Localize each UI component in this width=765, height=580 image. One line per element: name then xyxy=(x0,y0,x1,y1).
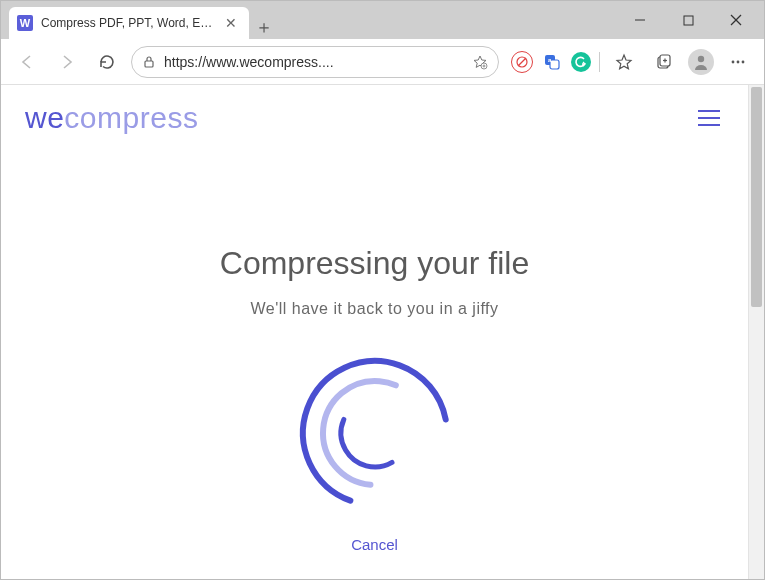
reload-icon xyxy=(98,53,116,71)
extension-1-icon[interactable] xyxy=(511,51,533,73)
url-text: https://www.wecompress.... xyxy=(164,54,464,70)
hamburger-line-icon xyxy=(698,117,720,119)
titlebar: W Compress PDF, PPT, Word, Excel ✕ ＋ xyxy=(1,1,764,39)
globe-slash-icon xyxy=(516,56,528,68)
lock-icon xyxy=(142,55,156,69)
collections-icon xyxy=(655,53,673,71)
loading-spinner-icon xyxy=(290,348,460,518)
svg-point-17 xyxy=(698,55,704,61)
content-wrapper: wecompress Compressing your file We'll h… xyxy=(1,85,764,579)
avatar-icon xyxy=(692,53,710,71)
page-subheading: We'll have it back to you in a jiffy xyxy=(1,300,748,318)
svg-rect-1 xyxy=(684,16,693,25)
reload-button[interactable] xyxy=(91,46,123,78)
star-plus-icon xyxy=(615,53,633,71)
page-heading: Compressing your file xyxy=(1,245,748,282)
svg-point-22 xyxy=(318,377,431,490)
hamburger-menu-button[interactable] xyxy=(694,106,724,130)
logo-we: we xyxy=(25,101,64,134)
more-horizontal-icon xyxy=(729,53,747,71)
arrow-right-icon xyxy=(58,53,76,71)
toolbar-divider xyxy=(599,52,600,72)
tab-title: Compress PDF, PPT, Word, Excel xyxy=(41,16,215,30)
grammarly-icon xyxy=(575,56,587,68)
translator-icon: a xyxy=(543,53,561,71)
arrow-left-icon xyxy=(18,53,36,71)
main-content: Compressing your file We'll have it back… xyxy=(1,145,748,554)
svg-point-19 xyxy=(737,60,740,63)
extension-2-icon[interactable]: a xyxy=(541,51,563,73)
maximize-icon xyxy=(683,15,694,26)
svg-point-21 xyxy=(290,348,460,518)
toolbar-right: a xyxy=(507,46,754,78)
tabs-area: W Compress PDF, PPT, Word, Excel ✕ ＋ xyxy=(1,1,279,39)
browser-toolbar: https://www.wecompress.... a xyxy=(1,39,764,85)
window-controls xyxy=(618,1,764,39)
svg-point-20 xyxy=(742,60,745,63)
browser-tab[interactable]: W Compress PDF, PPT, Word, Excel ✕ xyxy=(9,7,249,39)
hamburger-line-icon xyxy=(698,110,720,112)
tab-close-icon[interactable]: ✕ xyxy=(223,15,239,31)
svg-point-18 xyxy=(732,60,735,63)
back-button[interactable] xyxy=(11,46,43,78)
svg-rect-11 xyxy=(550,60,559,69)
favorites-button[interactable] xyxy=(608,46,640,78)
close-icon xyxy=(730,14,742,26)
forward-button[interactable] xyxy=(51,46,83,78)
maximize-button[interactable] xyxy=(666,5,710,35)
vertical-scrollbar[interactable] xyxy=(748,85,764,579)
browser-window: W Compress PDF, PPT, Word, Excel ✕ ＋ xyxy=(0,0,765,580)
hamburger-line-icon xyxy=(698,124,720,126)
svg-line-9 xyxy=(518,58,526,66)
minimize-icon xyxy=(634,14,646,26)
favorites-star-icon[interactable] xyxy=(472,54,488,70)
cancel-link[interactable]: Cancel xyxy=(351,536,398,553)
profile-avatar[interactable] xyxy=(688,49,714,75)
scrollbar-thumb[interactable] xyxy=(751,87,762,307)
minimize-button[interactable] xyxy=(618,5,662,35)
svg-rect-4 xyxy=(145,61,153,67)
wecompress-logo[interactable]: wecompress xyxy=(25,101,198,135)
svg-point-23 xyxy=(328,387,421,480)
new-tab-button[interactable]: ＋ xyxy=(249,15,279,39)
favicon-icon: W xyxy=(17,15,33,31)
address-bar[interactable]: https://www.wecompress.... xyxy=(131,46,499,78)
spinner-container xyxy=(1,348,748,518)
extension-3-icon[interactable] xyxy=(571,52,591,72)
menu-button[interactable] xyxy=(722,46,754,78)
page-content: wecompress Compressing your file We'll h… xyxy=(1,85,748,579)
page-header: wecompress xyxy=(1,85,748,145)
close-window-button[interactable] xyxy=(714,5,758,35)
logo-compress: compress xyxy=(64,101,198,134)
collections-button[interactable] xyxy=(648,46,680,78)
